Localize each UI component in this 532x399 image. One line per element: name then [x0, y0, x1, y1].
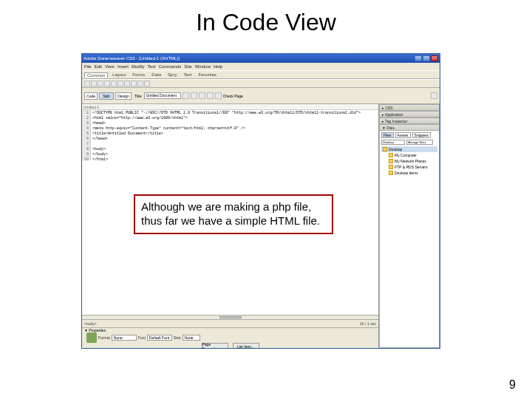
refresh-icon[interactable] — [191, 92, 197, 99]
menu-help[interactable]: Help — [214, 64, 222, 69]
file-mgmt-icon[interactable] — [199, 92, 205, 99]
size-label: Size — [174, 335, 181, 340]
document-toolbar: Code Split Design Title: Untitled Docume… — [82, 88, 440, 104]
insert-hyperlink-icon[interactable] — [84, 81, 90, 86]
menu-window[interactable]: Window — [195, 64, 211, 69]
menubar: File Edit View Insert Modify Text Comman… — [82, 63, 440, 70]
tree-network[interactable]: My Network Places — [387, 158, 437, 164]
insert-tab-layout[interactable]: Layout — [110, 72, 128, 77]
insert-div-icon[interactable] — [111, 81, 117, 86]
validate-icon[interactable] — [215, 92, 222, 99]
insert-tab-spry[interactable]: Spry — [166, 72, 179, 77]
site-select[interactable]: Desktop — [381, 140, 405, 145]
insert-image-icon[interactable] — [117, 81, 123, 86]
menu-insert[interactable]: Insert — [117, 64, 129, 69]
insert-template-icon[interactable] — [144, 81, 150, 86]
design-view-button[interactable]: Design — [115, 92, 132, 100]
files-panel-header[interactable]: ▼ Files — [379, 124, 440, 131]
live-view-icon[interactable] — [183, 92, 189, 99]
dreamweaver-window: Adobe Dreamweaver CS3 - [Untitled-1 (XHT… — [81, 53, 440, 349]
folder-icon — [389, 171, 393, 175]
download-size: 1K / 1 sec — [360, 321, 376, 326]
check-page-label[interactable]: Check Page — [223, 94, 243, 98]
split-handle[interactable] — [82, 315, 378, 320]
main-area: Untitled-1 1 2 3 4 5 6 7 8 9 10 <!DOCTYP… — [82, 104, 440, 348]
size-select[interactable]: None — [183, 335, 200, 341]
title-label: Title: — [134, 94, 143, 98]
insert-tab-forms[interactable]: Forms — [130, 72, 147, 77]
tree-my-computer[interactable]: My Computer — [387, 152, 437, 158]
insert-media-icon[interactable] — [124, 81, 130, 86]
insert-icons-row — [82, 79, 440, 88]
side-panels: ▸ CSS ▸ Application ▸ Tag Inspector ▼ Fi… — [379, 104, 440, 348]
menu-commands[interactable]: Commands — [159, 64, 182, 69]
format-select[interactable]: None — [112, 335, 137, 341]
insert-tab-data[interactable]: Data — [149, 72, 163, 77]
slide-page-number: 9 — [509, 378, 516, 392]
computer-icon — [389, 153, 393, 157]
files-tab-snippets[interactable]: Snippets — [412, 132, 431, 138]
format-label: Format — [98, 335, 110, 340]
insert-email-icon[interactable] — [91, 81, 97, 86]
tag-inspector-panel-header[interactable]: ▸ Tag Inspector — [379, 117, 440, 124]
desktop-icon — [383, 147, 387, 151]
properties-panel: ▼ Properties Format None Font Default Fo… — [82, 327, 378, 348]
maximize-button[interactable] — [423, 55, 430, 61]
page-properties-button[interactable]: Page Properties... — [202, 343, 228, 348]
font-label: Font — [138, 335, 146, 340]
css-panel-header[interactable]: ▸ CSS — [379, 104, 440, 111]
panel-collapse-icon[interactable] — [431, 92, 437, 99]
insert-tab-favorites[interactable]: Favorites — [196, 72, 219, 77]
tag-selector[interactable]: <body> — [84, 321, 97, 326]
properties-icon — [86, 332, 97, 343]
editor-statusbar: <body> 1K / 1 sec — [82, 320, 378, 327]
insert-bar: Common Layout Forms Data Spry Text Favor… — [82, 70, 440, 79]
menu-edit[interactable]: Edit — [95, 64, 102, 69]
menu-site[interactable]: Site — [184, 64, 191, 69]
insert-comment-icon[interactable] — [137, 81, 143, 86]
menu-modify[interactable]: Modify — [132, 64, 145, 69]
empty-editor-space — [82, 160, 378, 315]
editor-pane: Untitled-1 1 2 3 4 5 6 7 8 9 10 <!DOCTYP… — [82, 104, 379, 348]
files-tab-assets[interactable]: Assets — [395, 132, 411, 138]
code-lines[interactable]: <!DOCTYPE html PUBLIC "-//W3C//DTD XHTML… — [91, 110, 361, 160]
line-gutter: 1 2 3 4 5 6 7 8 9 10 — [82, 110, 91, 160]
preview-icon[interactable] — [207, 92, 214, 99]
close-button[interactable] — [431, 55, 438, 61]
minimize-button[interactable] — [415, 55, 422, 61]
application-panel-header[interactable]: ▸ Application — [379, 111, 440, 117]
font-select[interactable]: Default Font — [147, 335, 172, 341]
annotation-callout: Although we are making a php file, thus … — [134, 194, 333, 234]
tree-desktop[interactable]: Desktop — [381, 146, 437, 152]
title-input[interactable]: Untitled Document — [144, 92, 181, 99]
files-tab-files[interactable]: Files — [381, 132, 394, 138]
network-icon — [389, 159, 393, 163]
ftp-icon — [389, 165, 393, 169]
insert-table-icon[interactable] — [104, 81, 110, 86]
files-panel-body: Files Assets Snippets Desktop Manage Sit… — [379, 131, 440, 348]
code-view-button[interactable]: Code — [84, 92, 98, 100]
list-item-button[interactable]: List Item... — [233, 343, 259, 348]
code-view[interactable]: 1 2 3 4 5 6 7 8 9 10 <!DOCTYPE html PUBL… — [82, 110, 378, 160]
insert-anchor-icon[interactable] — [98, 81, 103, 86]
insert-tab-common[interactable]: Common — [84, 72, 108, 78]
tree-desktop-items[interactable]: Desktop items — [387, 170, 437, 176]
menu-text[interactable]: Text — [148, 64, 156, 69]
insert-tab-text[interactable]: Text — [181, 72, 194, 77]
tree-ftp[interactable]: FTP & RDS Servers — [387, 164, 437, 170]
titlebar: Adobe Dreamweaver CS3 - [Untitled-1 (XHT… — [82, 54, 440, 63]
slide-title: In Code View — [0, 0, 532, 42]
menu-file[interactable]: File — [84, 64, 92, 69]
files-tree: Desktop My Computer My Network Places FT… — [381, 146, 437, 176]
window-title: Adobe Dreamweaver CS3 - [Untitled-1 (XHT… — [83, 56, 414, 61]
menu-view[interactable]: View — [105, 64, 115, 69]
doc-tab-strip: Untitled-1 — [82, 104, 378, 110]
split-view-button[interactable]: Split — [99, 92, 114, 100]
insert-date-icon[interactable] — [131, 81, 137, 86]
manage-sites-link[interactable]: Manage Sites — [406, 140, 433, 145]
